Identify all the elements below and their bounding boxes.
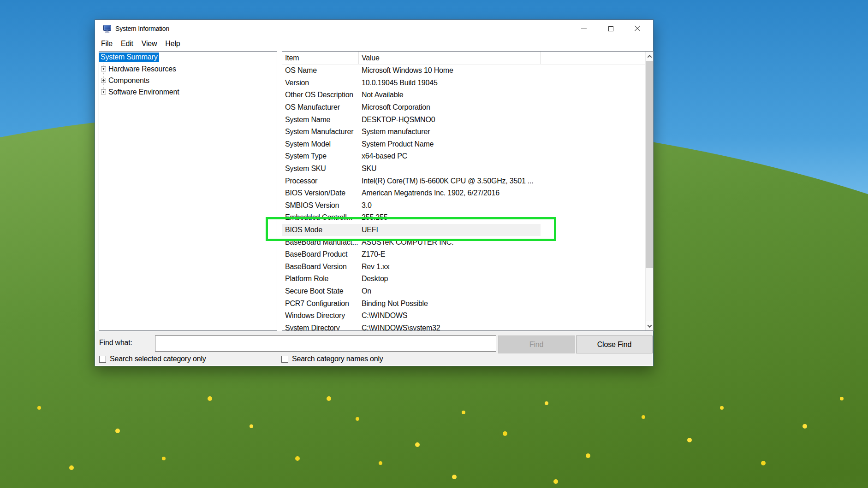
list-header[interactable]: Item Value bbox=[282, 52, 645, 65]
tree-item-label: Components bbox=[108, 76, 149, 85]
value-cell: UEFI bbox=[359, 226, 645, 234]
value-cell: x64-based PC bbox=[359, 152, 645, 160]
item-cell: System Model bbox=[282, 140, 359, 148]
tree-item-system-summary[interactable]: System Summary bbox=[99, 52, 277, 63]
scroll-down-button[interactable] bbox=[646, 321, 653, 330]
details-list-panel: Item Value OS NameMicrosoft Windows 10 H… bbox=[282, 51, 654, 331]
vertical-scrollbar[interactable] bbox=[645, 52, 653, 330]
value-cell: On bbox=[359, 287, 645, 295]
maximize-icon bbox=[608, 26, 613, 31]
value-cell: Rev 1.xx bbox=[359, 263, 645, 271]
value-cell: DESKTOP-HQSMNO0 bbox=[359, 116, 645, 124]
table-row[interactable]: BIOS Version/DateAmerican Megatrends Inc… bbox=[282, 187, 645, 200]
find-bar: Find what: Find Close Find Search select… bbox=[95, 331, 653, 365]
item-cell: System Type bbox=[282, 152, 359, 160]
value-cell: SKU bbox=[359, 165, 645, 173]
expand-plus-icon[interactable] bbox=[101, 78, 106, 83]
item-cell: Windows Directory bbox=[282, 312, 359, 320]
table-row[interactable]: Secure Boot StateOn bbox=[282, 285, 645, 298]
chevron-up-icon bbox=[647, 54, 652, 59]
details-rows: OS NameMicrosoft Windows 10 HomeVersion1… bbox=[282, 65, 645, 330]
tree-item-hardware-resources[interactable]: Hardware Resources bbox=[99, 63, 277, 75]
item-cell: System Manufacturer bbox=[282, 128, 359, 136]
item-cell: Other OS Description bbox=[282, 91, 359, 99]
item-cell: BIOS Mode bbox=[282, 226, 359, 234]
item-cell: OS Name bbox=[282, 66, 359, 75]
find-button[interactable]: Find bbox=[498, 335, 575, 353]
minimize-button[interactable] bbox=[571, 20, 597, 37]
item-cell: System SKU bbox=[282, 165, 359, 173]
table-row[interactable]: System NameDESKTOP-HQSMNO0 bbox=[282, 113, 645, 126]
column-header-item[interactable]: Item bbox=[282, 52, 359, 64]
expand-plus-icon[interactable] bbox=[101, 66, 106, 71]
value-cell: System Product Name bbox=[359, 140, 645, 148]
item-cell: BaseBoard Manufact... bbox=[282, 238, 359, 247]
table-row[interactable]: BIOS ModeUEFI bbox=[282, 224, 645, 236]
find-input[interactable] bbox=[155, 335, 496, 352]
tree-item-software-environment[interactable]: Software Environment bbox=[99, 86, 277, 98]
category-tree: System SummaryHardware ResourcesComponen… bbox=[99, 52, 277, 98]
system-information-icon bbox=[103, 24, 112, 33]
table-row[interactable]: System SKUSKU bbox=[282, 163, 645, 175]
table-row[interactable]: BaseBoard ProductZ170-E bbox=[282, 248, 645, 261]
table-row[interactable]: SMBIOS Version3.0 bbox=[282, 200, 645, 212]
item-cell: System Directory bbox=[282, 324, 359, 330]
table-row[interactable]: Embedded Controll...255.255 bbox=[282, 212, 645, 224]
value-cell: American Megatrends Inc. 1902, 6/27/2016 bbox=[359, 189, 645, 197]
table-row[interactable]: OS ManufacturerMicrosoft Corporation bbox=[282, 101, 645, 114]
close-button[interactable] bbox=[624, 20, 651, 37]
title-bar[interactable]: System Information bbox=[95, 20, 653, 37]
tree-item-components[interactable]: Components bbox=[99, 75, 277, 86]
table-row[interactable]: PCR7 ConfigurationBinding Not Possible bbox=[282, 297, 645, 310]
table-row[interactable]: Windows DirectoryC:\WINDOWS bbox=[282, 310, 645, 322]
scroll-up-button[interactable] bbox=[646, 52, 653, 61]
item-cell: BIOS Version/Date bbox=[282, 189, 359, 197]
menu-bar: FileEditViewHelp bbox=[96, 37, 652, 50]
table-row[interactable]: OS NameMicrosoft Windows 10 Home bbox=[282, 65, 645, 77]
scrollbar-thumb[interactable] bbox=[646, 61, 653, 268]
table-row[interactable]: System Typex64-based PC bbox=[282, 150, 645, 163]
close-find-button[interactable]: Close Find bbox=[576, 335, 653, 353]
expand-plus-icon[interactable] bbox=[101, 89, 106, 94]
search-selected-category-label: Search selected category only bbox=[110, 355, 206, 363]
value-cell: Binding Not Possible bbox=[359, 300, 645, 308]
table-row[interactable]: Version10.0.19045 Build 19045 bbox=[282, 77, 645, 89]
value-cell: C:\WINDOWS bbox=[359, 312, 645, 320]
search-selected-category-checkbox[interactable] bbox=[99, 356, 106, 363]
item-cell: BaseBoard Version bbox=[282, 263, 359, 271]
item-cell: Secure Boot State bbox=[282, 287, 359, 295]
table-row[interactable]: System DirectoryC:\WINDOWS\system32 bbox=[282, 322, 645, 330]
search-category-names-checkbox[interactable] bbox=[281, 356, 288, 363]
menu-view[interactable]: View bbox=[137, 39, 161, 49]
table-row[interactable]: BaseBoard VersionRev 1.xx bbox=[282, 261, 645, 273]
maximize-button[interactable] bbox=[597, 20, 624, 37]
window-controls bbox=[571, 20, 651, 37]
minimize-icon bbox=[581, 29, 587, 29]
menu-edit[interactable]: Edit bbox=[117, 39, 137, 49]
column-header-value[interactable]: Value bbox=[359, 52, 541, 64]
table-row[interactable]: System ModelSystem Product Name bbox=[282, 138, 645, 151]
window-title: System Information bbox=[115, 25, 169, 32]
value-cell: Not Available bbox=[359, 91, 645, 99]
item-cell: OS Manufacturer bbox=[282, 103, 359, 112]
table-row[interactable]: Platform RoleDesktop bbox=[282, 273, 645, 285]
tree-item-label: System Summary bbox=[99, 53, 159, 62]
search-selected-category-checkbox-row[interactable]: Search selected category only bbox=[99, 355, 206, 363]
value-cell: 10.0.19045 Build 19045 bbox=[359, 79, 645, 87]
item-cell: Embedded Controll... bbox=[282, 213, 359, 222]
item-cell: Platform Role bbox=[282, 275, 359, 283]
value-cell: Microsoft Windows 10 Home bbox=[359, 66, 645, 75]
find-what-label: Find what: bbox=[99, 339, 132, 347]
menu-file[interactable]: File bbox=[97, 39, 117, 49]
table-row[interactable]: BaseBoard Manufact...ASUSTeK COMPUTER IN… bbox=[282, 236, 645, 248]
menu-help[interactable]: Help bbox=[161, 39, 184, 49]
item-cell: Processor bbox=[282, 177, 359, 185]
table-row[interactable]: Other OS DescriptionNot Available bbox=[282, 89, 645, 101]
search-category-names-checkbox-row[interactable]: Search category names only bbox=[281, 355, 383, 363]
table-row[interactable]: System ManufacturerSystem manufacturer bbox=[282, 126, 645, 138]
system-information-window: System Information FileEditViewHelp Syst… bbox=[95, 19, 654, 366]
search-category-names-label: Search category names only bbox=[292, 355, 383, 363]
tree-item-label: Hardware Resources bbox=[108, 65, 176, 73]
table-row[interactable]: ProcessorIntel(R) Core(TM) i5-6600K CPU … bbox=[282, 175, 645, 187]
chevron-down-icon bbox=[647, 323, 652, 328]
